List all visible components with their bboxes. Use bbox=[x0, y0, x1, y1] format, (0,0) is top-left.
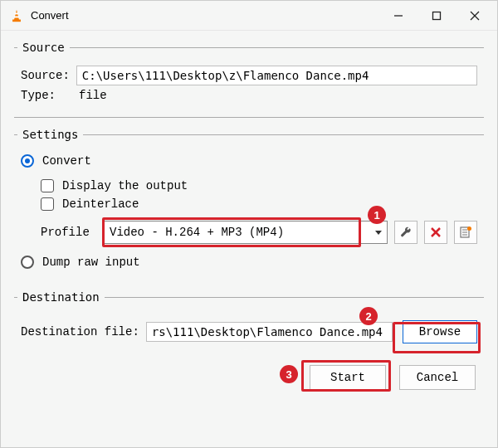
content-area: Source Source: C:\Users\111\Desktop\z\Fl… bbox=[1, 31, 497, 447]
new-profile-button[interactable] bbox=[454, 221, 477, 244]
delete-profile-button[interactable] bbox=[424, 221, 447, 244]
start-label: Start bbox=[330, 371, 365, 384]
start-button[interactable]: Start bbox=[310, 365, 386, 390]
source-group: Source Source: C:\Users\111\Desktop\z\Fl… bbox=[14, 41, 484, 118]
destination-file-input[interactable]: rs\111\Desktop\Flamenco Dance.mp4 bbox=[146, 322, 393, 342]
close-button[interactable] bbox=[456, 2, 494, 29]
profile-label: Profile bbox=[41, 226, 104, 239]
vlc-cone-icon bbox=[9, 8, 24, 23]
svg-rect-5 bbox=[433, 12, 441, 19]
settings-legend: Settings bbox=[17, 128, 83, 141]
svg-rect-3 bbox=[12, 19, 21, 22]
type-label: Type: bbox=[21, 89, 71, 102]
maximize-button[interactable] bbox=[417, 2, 456, 29]
wrench-icon bbox=[399, 226, 413, 239]
browse-button[interactable]: Browse bbox=[403, 320, 477, 343]
source-path-input[interactable]: C:\Users\111\Desktop\z\Flamenco Dance.mp… bbox=[76, 66, 477, 85]
dialog-actions: Start Cancel 3 bbox=[14, 360, 484, 390]
minimize-button[interactable] bbox=[379, 2, 417, 29]
deinterlace-label: Deinterlace bbox=[62, 197, 139, 211]
delete-icon bbox=[429, 226, 442, 239]
list-icon bbox=[459, 226, 472, 239]
profile-value: Video - H.264 + MP3 (MP4) bbox=[110, 226, 284, 239]
display-output-checkbox[interactable]: Display the output bbox=[21, 179, 477, 192]
svg-marker-0 bbox=[14, 9, 19, 20]
profile-row: Profile Video - H.264 + MP3 (MP4) bbox=[21, 221, 477, 244]
svg-rect-2 bbox=[14, 16, 19, 17]
settings-group: Settings Convert Display the output Dein… bbox=[14, 128, 484, 280]
cancel-button[interactable]: Cancel bbox=[399, 365, 476, 390]
svg-point-14 bbox=[467, 226, 471, 231]
cancel-label: Cancel bbox=[417, 371, 458, 384]
radio-icon bbox=[21, 154, 34, 168]
checkbox-icon bbox=[41, 197, 54, 211]
type-value: file bbox=[77, 89, 477, 102]
convert-radio-label: Convert bbox=[42, 154, 91, 168]
titlebar: Convert bbox=[1, 1, 497, 31]
chevron-down-icon bbox=[375, 231, 382, 235]
profile-combobox[interactable]: Video - H.264 + MP3 (MP4) bbox=[104, 221, 388, 244]
checkbox-icon bbox=[41, 179, 54, 192]
svg-rect-1 bbox=[15, 12, 19, 14]
browse-label: Browse bbox=[419, 325, 461, 338]
window-title: Convert bbox=[31, 9, 379, 22]
annotation-badge-3: 3 bbox=[280, 365, 298, 383]
radio-icon bbox=[21, 256, 34, 269]
source-legend: Source bbox=[17, 41, 70, 54]
dump-raw-radio[interactable]: Dump raw input bbox=[21, 256, 477, 269]
edit-profile-button[interactable] bbox=[394, 221, 417, 244]
convert-radio[interactable]: Convert bbox=[21, 154, 477, 168]
display-output-label: Display the output bbox=[62, 179, 188, 192]
deinterlace-checkbox[interactable]: Deinterlace bbox=[21, 197, 477, 211]
source-label: Source: bbox=[21, 69, 70, 82]
convert-window: Convert Source Source: C:\Users\111\Desk… bbox=[0, 0, 498, 448]
dump-raw-label: Dump raw input bbox=[42, 256, 140, 269]
destination-file-label: Destination file: bbox=[21, 325, 139, 338]
window-controls bbox=[379, 2, 494, 29]
destination-legend: Destination bbox=[17, 290, 105, 304]
destination-group: Destination Destination file: rs\111\Des… bbox=[14, 290, 484, 355]
